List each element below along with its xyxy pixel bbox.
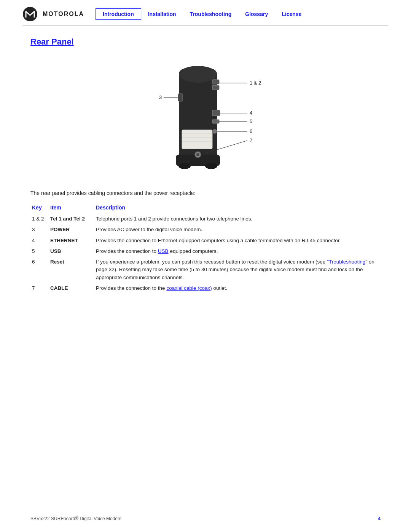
table-row: 7 CABLE Provides the connection to the c… [30,283,381,294]
desc-cell: Provides the connection to the coaxial c… [94,283,381,294]
col-header-item: Item [49,203,94,214]
svg-text:3: 3 [159,94,162,100]
svg-rect-10 [182,130,212,149]
header: MOTOROLA Introduction Installation Troub… [0,0,411,21]
svg-point-1 [179,66,217,83]
tab-glossary[interactable]: Glossary [238,9,275,19]
col-header-key: Key [30,203,49,214]
svg-text:7: 7 [250,137,252,143]
svg-point-15 [196,153,199,156]
item-cell: POWER [49,224,94,235]
item-cell: Tel 1 and Tel 2 [49,214,94,224]
troubleshooting-link[interactable]: "Troubleshooting" [327,259,367,265]
svg-rect-16 [212,129,217,134]
table-row: 5 USB Provides the connection to USB equ… [30,246,381,257]
page-title: Rear Panel [30,37,381,47]
desc-cell: Provides the connection to USB equipped … [94,246,381,257]
logo-area: MOTOROLA [23,7,84,21]
svg-rect-9 [212,120,219,123]
table-row: 1 & 2 Tel 1 and Tel 2 Telephone ports 1 … [30,214,381,224]
key-cell: 4 [30,235,49,246]
tab-introduction[interactable]: Introduction [96,8,141,20]
item-cell: USB [49,246,94,257]
svg-rect-0 [179,69,217,164]
motorola-m-icon [25,10,35,18]
tab-license[interactable]: License [275,9,308,19]
svg-point-3 [178,163,191,169]
item-cell: CABLE [49,283,94,294]
key-cell: 6 [30,257,49,283]
diagram-area: 1 & 2 3 4 5 6 7 [30,58,381,179]
col-header-description: Description [94,203,381,214]
key-cell: 7 [30,283,49,294]
desc-cell: Provides AC power to the digital voice m… [94,224,381,235]
key-cell: 5 [30,246,49,257]
usb-link[interactable]: USB [158,248,169,254]
svg-rect-8 [212,110,220,116]
desc-cell: Telephone ports 1 and 2 provide connecti… [94,214,381,224]
panel-table: Key Item Description 1 & 2 Tel 1 and Tel… [30,203,381,294]
desc-cell: Provides the connection to Ethernet equi… [94,235,381,246]
footer-left: SBV5222 SURFboard® Digital Voice Modem [30,516,121,521]
svg-text:5: 5 [250,118,252,124]
tab-installation[interactable]: Installation [141,9,183,19]
footer: SBV5222 SURFboard® Digital Voice Modem 4 [0,516,411,521]
svg-point-4 [205,163,217,169]
intro-paragraph: The rear panel provides cabling connecto… [30,190,381,196]
desc-cell: If you experience a problem, you can pus… [94,257,381,283]
table-header-row: Key Item Description [30,203,381,214]
table-row: 3 POWER Provides AC power to the digital… [30,224,381,235]
table-row: 6 Reset If you experience a problem, you… [30,257,381,283]
main-content: Rear Panel [0,26,411,309]
brand-name: MOTOROLA [43,11,84,18]
item-cell: ETHERNET [49,235,94,246]
svg-text:1 & 2: 1 & 2 [250,80,261,86]
item-cell: Reset [49,257,94,283]
motorola-badge [23,7,37,21]
svg-rect-5 [212,80,219,84]
coax-link[interactable]: coaxial cable (coax) [166,285,212,291]
svg-text:6: 6 [250,128,252,134]
table-row: 4 ETHERNET Provides the connection to Et… [30,235,381,246]
footer-page-number: 4 [378,516,381,521]
key-cell: 1 & 2 [30,214,49,224]
svg-rect-7 [178,94,183,101]
rear-panel-diagram: 1 & 2 3 4 5 6 7 [118,58,293,179]
diagram-svg: 1 & 2 3 4 5 6 7 [118,58,293,179]
svg-rect-6 [212,85,219,90]
svg-text:4: 4 [250,110,252,116]
tab-troubleshooting[interactable]: Troubleshooting [183,9,239,19]
key-cell: 3 [30,224,49,235]
nav-tabs: Introduction Installation Troubleshootin… [96,8,388,20]
